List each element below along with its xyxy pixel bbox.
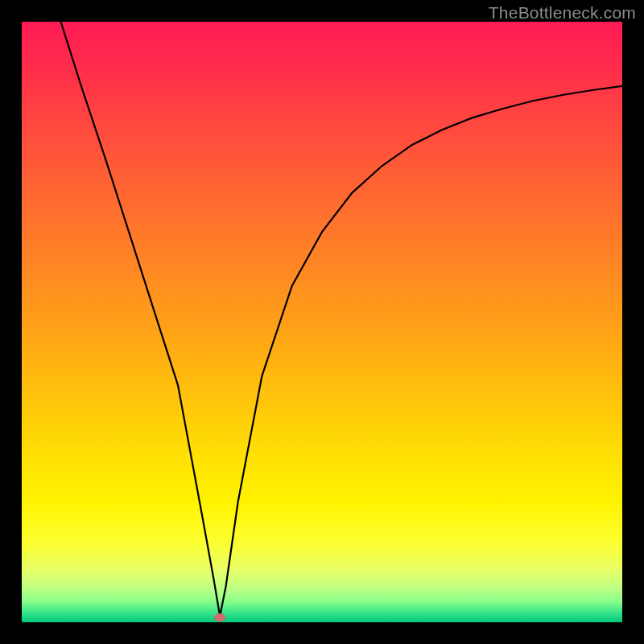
bottleneck-curve <box>22 22 622 622</box>
minimum-marker-dot <box>214 613 225 621</box>
plot-area <box>22 22 622 622</box>
watermark-text: TheBottleneck.com <box>489 3 636 23</box>
